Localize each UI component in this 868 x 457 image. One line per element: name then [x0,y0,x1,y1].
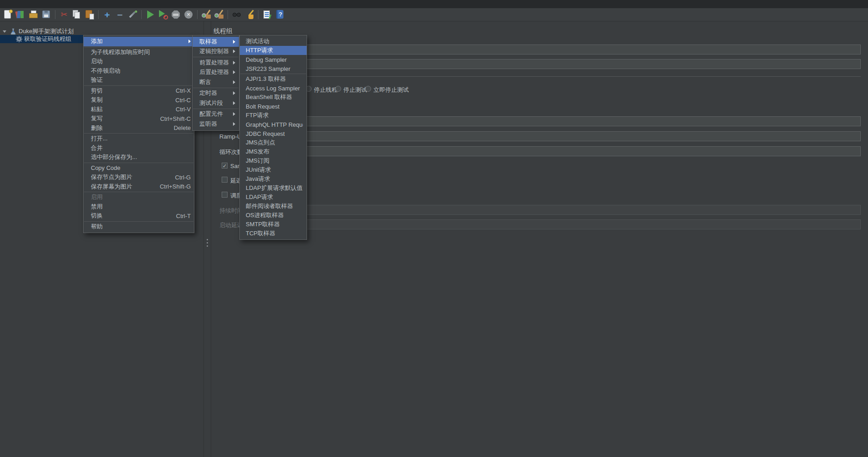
menu-item[interactable]: HTTP请求 [240,46,307,55]
menu-item[interactable]: Java请求 [240,174,307,184]
menu-separator [193,88,238,88]
shutdown-icon[interactable]: × [183,9,194,20]
menubar-item[interactable] [50,0,60,8]
menu-item[interactable]: 邮件阅读者取样器 [240,202,307,211]
menu-item[interactable]: BeanShell 取样器 [240,93,307,102]
help-icon[interactable]: ? [274,9,285,20]
clear-all-icon[interactable] [213,9,224,20]
search-reset-icon[interactable] [244,9,255,20]
menu-item[interactable]: JMS点到点 [240,138,307,147]
menu-separator [193,109,238,109]
menu-item[interactable]: JDBC Request [240,129,307,138]
menubar-item[interactable] [30,0,40,8]
templates-icon[interactable] [15,9,26,20]
search-icon[interactable] [231,9,242,20]
menu-item[interactable]: OS进程取样器 [240,211,307,220]
menu-item[interactable]: Debug Sampler [240,55,307,64]
menu-item[interactable]: JUnit请求 [240,165,307,174]
stop-test-now-radio[interactable] [365,86,371,92]
comments-field[interactable] [246,59,861,69]
menu-item[interactable]: Copy Code [84,164,194,173]
menu-item[interactable]: FTP请求 [240,111,307,120]
menu-item[interactable]: 为子线程添加响应时间 [84,48,194,57]
delay-thread-creation-checkbox[interactable] [222,177,228,183]
scheduler-checkbox[interactable] [222,192,228,198]
stop-icon[interactable] [170,9,181,20]
menu-item[interactable]: 保存节点为图片 Ctrl-G [84,173,194,182]
sampler-submenu: 测试活动 HTTP请求 Debug Sampler JSR223 Sampler… [239,35,307,240]
menu-item[interactable]: 监听器 [193,119,239,129]
menubar-item[interactable] [40,0,50,8]
clear-icon[interactable] [201,9,212,20]
menu-item[interactable]: 粘贴 Ctrl-V [84,105,194,114]
save-icon[interactable] [41,9,52,20]
menu-item[interactable]: AJP/1.3 取样器 [240,75,307,84]
paste-icon[interactable] [84,9,95,20]
menu-item[interactable]: TCP取样器 [240,229,307,238]
tree-row-test-plan[interactable]: Duke脚手架测试计划 [0,27,203,35]
open-icon[interactable] [28,9,39,20]
menu-item[interactable]: 选中部分保存为... [84,153,194,162]
menu-item[interactable]: SMTP取样器 [240,220,307,229]
menu-item[interactable]: JMS订阅 [240,156,307,165]
menu-item[interactable]: 剪切 Ctrl-X [84,86,194,96]
menu-item[interactable]: 保存屏幕为图片 Ctrl+Shift-G [84,182,194,192]
cut-icon[interactable]: ✂ [59,9,69,20]
name-field[interactable] [246,45,861,55]
menu-item-label: 取样器 [199,38,229,46]
menu-item[interactable]: 启用 [84,193,194,202]
menubar-item[interactable] [20,0,30,8]
chevron-down-icon[interactable] [3,30,6,33]
new-file-icon[interactable] [3,9,14,20]
menu-item[interactable]: 帮助 [84,222,194,232]
menubar-item[interactable] [0,0,10,8]
menu-item[interactable]: 合并 [84,144,194,153]
menubar-item[interactable] [10,0,20,8]
menu-item[interactable]: 配置元件 [193,109,239,119]
menu-item[interactable]: LDAP扩展请求默认值 [240,184,307,193]
menu-item[interactable]: JMS发布 [240,147,307,156]
menu-item[interactable]: 前置处理器 [193,58,239,68]
menu-item[interactable]: 测试片段 [193,98,239,108]
menu-item[interactable]: 添加 [84,37,194,46]
menu-item[interactable]: 切换 Ctrl-T [84,211,194,221]
menu-item[interactable]: Access Log Sampler [240,84,307,93]
menu-item[interactable]: 定时器 [193,89,239,99]
menu-item[interactable]: 取样器 [193,37,239,47]
number-of-threads-field[interactable] [246,116,861,126]
menu-item[interactable]: 后置处理器 [193,68,239,78]
menu-item-label: 删除 [91,124,164,132]
menu-item[interactable]: LDAP请求 [240,193,307,202]
start-icon[interactable] [145,9,156,20]
edit-icon[interactable] [127,9,138,20]
menu-item[interactable]: 不停顿启动 [84,66,194,76]
menu-item[interactable]: 删除 Delete [84,124,194,133]
submenu-arrow-icon [233,101,235,105]
submenu-arrow-icon [233,112,235,116]
menu-item[interactable]: 启动 [84,57,194,66]
copy-icon[interactable] [71,9,82,20]
stop-test-radio[interactable] [335,86,341,92]
same-user-checkbox[interactable]: ✓ [222,163,228,169]
menu-item-label: 粘贴 [91,105,167,114]
menu-item[interactable]: GraphQL HTTP Request [240,120,307,129]
menu-item[interactable]: 打开... [84,134,194,144]
remove-icon[interactable]: − [114,9,125,20]
menu-item[interactable]: Bolt Request [240,102,307,111]
function-helper-icon[interactable] [262,9,273,20]
splitter-grip-icon[interactable] [207,239,208,247]
menu-item[interactable]: JSR223 Sampler [240,64,307,73]
start-no-timers-icon[interactable] [158,9,169,20]
menu-item[interactable]: 复制 Ctrl-C [84,95,194,105]
menu-item[interactable]: 测试活动 [240,37,307,46]
menu-item[interactable]: 断言 [193,77,239,87]
menu-item[interactable]: 复写 Ctrl+Shift-C [84,114,194,124]
menu-item-label: 打开... [91,134,182,143]
ramp-up-field[interactable] [246,131,861,141]
loop-count-field[interactable] [246,146,861,156]
add-icon[interactable]: + [102,9,113,20]
menu-item[interactable]: 禁用 [84,202,194,212]
menubar-item[interactable] [60,0,70,8]
menu-item[interactable]: 验证 [84,75,194,85]
menu-item[interactable]: 逻辑控制器 [193,47,239,57]
